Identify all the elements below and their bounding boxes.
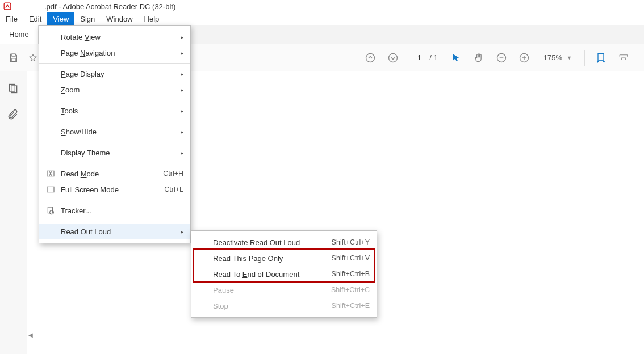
submenu-item-label: Read This Page Only [213,254,332,263]
submenu-shortcut: Shift+Ctrl+Y [332,238,370,246]
menu-item-label: Read Out Loud [61,227,175,236]
submenu-shortcut: Shift+Ctrl+E [332,302,370,310]
menu-item-page-navigation[interactable]: Page Navigation▸ [39,45,190,61]
selection-arrow-icon[interactable] [447,49,465,67]
submenu-shortcut: Shift+Ctrl+B [332,270,370,278]
menu-item-page-display[interactable]: Page Display▸ [39,66,190,82]
menu-shortcut: Ctrl+L [164,186,183,193]
svg-rect-7 [598,53,604,60]
menu-item-rotate-view[interactable]: Rotate View▸ [39,29,190,45]
menu-item-read-mode[interactable]: Read ModeCtrl+H [39,166,190,182]
menu-item-label: Read Mode [61,170,163,178]
menu-item-label: Page Navigation [61,49,175,57]
fit-width-icon[interactable] [592,49,610,67]
toolbar-divider [584,50,585,66]
page-indicator: / 1 [411,53,437,62]
page-up-icon[interactable] [361,49,379,67]
menu-shortcut: Ctrl+H [163,170,183,178]
svg-point-13 [50,210,54,214]
tracker-icon [46,206,61,215]
menu-file[interactable]: File [0,12,23,25]
fullscreen-icon [46,185,61,194]
attachments-icon[interactable] [7,109,20,121]
menu-item-label: Full Screen Mode [61,186,164,194]
submenu-item-label: Read To End of Document [213,270,332,279]
page-total: 1 [434,53,438,62]
submenu-item-read-this-page-only[interactable]: Read This Page OnlyShift+Ctrl+V [191,250,377,266]
menu-item-label: Tracker... [61,206,183,215]
menu-view[interactable]: View [47,12,74,25]
thumbnails-icon[interactable] [7,83,20,95]
submenu-item-deactivate-read-out-loud[interactable]: Deactivate Read Out LoudShift+Ctrl+Y [191,234,377,250]
submenu-caret-icon: ▸ [175,87,183,93]
menu-window[interactable]: Window [101,12,138,25]
submenu-caret-icon: ▸ [175,229,183,235]
submenu-shortcut: Shift+Ctrl+C [331,286,370,294]
menu-separator [39,142,190,142]
reflow-icon[interactable] [614,49,633,67]
menu-item-label: Zoom [61,86,175,94]
menu-item-show-hide[interactable]: Show/Hide▸ [39,124,190,140]
zoom-out-icon[interactable] [492,49,511,67]
tab-home[interactable]: Home [0,25,39,44]
menu-separator [39,200,190,200]
svg-rect-2 [12,58,15,61]
caret-down-icon: ▼ [567,55,572,61]
read-out-loud-submenu: Deactivate Read Out LoudShift+Ctrl+YRead… [191,230,377,318]
menu-separator [39,163,190,163]
menu-edit[interactable]: Edit [23,12,47,25]
submenu-item-label: Pause [213,286,331,294]
menu-item-tracker[interactable]: Tracker... [39,203,190,218]
menu-item-label: Page Display [61,70,175,78]
hand-tool-icon[interactable] [470,49,488,67]
submenu-caret-icon: ▸ [175,108,183,114]
read-mode-icon [46,169,61,178]
titlebar: .pdf - Adobe Acrobat Reader DC (32-bit) [0,0,644,12]
collapse-sidebar-icon[interactable]: ◀ [27,329,34,340]
menu-item-full-screen-mode[interactable]: Full Screen ModeCtrl+L [39,182,190,197]
submenu-caret-icon: ▸ [175,129,183,135]
zoom-value: 175% [543,53,562,62]
view-dropdown: Rotate View▸Page Navigation▸Page Display… [39,25,191,243]
menu-separator [39,63,190,64]
left-sidebar [0,71,27,354]
submenu-caret-icon: ▸ [175,150,183,156]
submenu-caret-icon: ▸ [175,50,183,56]
svg-point-3 [366,53,375,62]
submenu-caret-icon: ▸ [175,71,183,77]
menubar: File Edit View Sign Window Help [0,12,644,25]
menu-separator [39,100,190,100]
submenu-item-stop: StopShift+Ctrl+E [191,298,377,314]
menu-item-read-out-loud[interactable]: Read Out Loud▸ [39,224,190,239]
menu-item-label: Rotate View [61,33,175,41]
submenu-item-pause: PauseShift+Ctrl+C [191,282,377,298]
menu-sign[interactable]: Sign [74,12,101,25]
page-current-input[interactable] [411,53,427,62]
svg-rect-11 [47,187,54,192]
submenu-item-read-to-end-of-document[interactable]: Read To End of DocumentShift+Ctrl+B [191,266,377,282]
page-down-icon[interactable] [384,49,402,67]
menu-item-tools[interactable]: Tools▸ [39,103,190,119]
svg-point-4 [389,53,398,62]
zoom-display[interactable]: 175% ▼ [543,53,572,62]
window-title: .pdf - Adobe Acrobat Reader DC (32-bit) [44,2,175,11]
submenu-item-label: Deactivate Read Out Loud [213,238,332,247]
submenu-caret-icon: ▸ [175,34,183,40]
svg-rect-12 [48,207,52,213]
menu-item-display-theme[interactable]: Display Theme▸ [39,145,190,161]
page-separator: / [429,53,433,62]
menu-item-label: Show/Hide [61,128,175,136]
save-icon[interactable] [5,49,23,67]
star-icon[interactable] [27,49,39,67]
svg-rect-1 [12,54,15,56]
menu-separator [39,121,190,121]
menu-help[interactable]: Help [139,12,165,25]
menu-item-label: Tools [61,107,175,115]
submenu-shortcut: Shift+Ctrl+V [332,254,370,262]
menu-item-label: Display Theme [61,149,175,157]
menu-item-zoom[interactable]: Zoom▸ [39,82,190,98]
zoom-in-icon[interactable] [515,49,533,67]
menu-separator [39,221,190,221]
acrobat-app-icon [3,2,11,10]
submenu-item-label: Stop [213,302,332,310]
